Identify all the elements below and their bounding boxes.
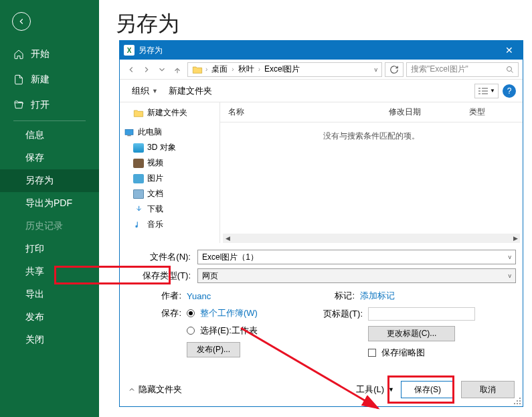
search-input[interactable]: 搜索"Excel图片" (406, 62, 519, 77)
form-area: 文件名(N): Excel图片（1）v 保存类型(T): 网页v (120, 243, 523, 290)
save-thumbnail-checkbox[interactable] (368, 349, 376, 357)
list-icon (478, 87, 489, 95)
nav-history[interactable]: 历史记录 (0, 215, 99, 238)
nav-home[interactable]: 开始 (0, 41, 99, 67)
close-icon[interactable]: ✕ (496, 41, 523, 60)
svg-rect-10 (127, 135, 130, 136)
filetype-select[interactable]: 网页v (197, 268, 516, 283)
radio-whole-workbook[interactable] (187, 309, 195, 317)
change-title-button[interactable]: 更改标题(C)... (368, 326, 455, 341)
refresh-button[interactable] (385, 62, 404, 77)
horizontal-scrollbar[interactable]: ◀ ▶ (223, 234, 520, 243)
svg-line-2 (511, 70, 513, 72)
help-button[interactable]: ? (503, 84, 516, 98)
organize-button[interactable]: 组织▼ (126, 82, 163, 100)
breadcrumb-dropdown[interactable]: v (371, 66, 382, 73)
svg-rect-9 (125, 129, 133, 135)
scroll-right[interactable]: ▶ (511, 234, 520, 243)
file-list-header[interactable]: 名称 修改日期 类型 (220, 102, 523, 122)
nav-forward-button[interactable] (139, 62, 154, 77)
nav-back-button[interactable] (124, 62, 139, 77)
save-as-dialog: X 另存为 ✕ › 桌面 › 秋叶 › Excel图片 v 搜索"Excel图片… (119, 40, 523, 407)
file-list[interactable]: 名称 修改日期 类型 没有与搜索条件匹配的项。 ◀ ▶ (220, 102, 523, 243)
resize-grip[interactable] (513, 397, 521, 405)
tree-new-folder[interactable]: 新建文件夹 (133, 105, 219, 120)
page-title: 另存为 (115, 9, 179, 39)
new-folder-button[interactable]: 新建文件夹 (163, 82, 217, 100)
chevron-down-icon[interactable]: v (509, 272, 512, 279)
explorer-pane: 新建文件夹 此电脑 3D 对象 视频 图片 文档 下载 音乐 名称 修改日期 类… (120, 102, 523, 243)
nav-export-pdf[interactable]: 导出为PDF (0, 192, 99, 215)
publish-button[interactable]: 发布(P)... (187, 342, 240, 357)
nav-close[interactable]: 关闭 (0, 329, 99, 351)
nav-up-button[interactable] (170, 62, 185, 77)
filename-input[interactable]: Excel图片（1）v (197, 250, 516, 264)
hide-folders-toggle[interactable]: 隐藏文件夹 (128, 384, 182, 396)
tree-this-pc[interactable]: 此电脑 (124, 124, 219, 140)
tree-music[interactable]: 音乐 (133, 217, 219, 232)
crumb[interactable]: 桌面 (207, 64, 232, 75)
nav-export[interactable]: 导出 (0, 283, 99, 306)
nav-saveas[interactable]: 另存为 (0, 169, 99, 192)
tree-3d[interactable]: 3D 对象 (133, 140, 219, 155)
view-options-button[interactable]: ▼ (474, 84, 499, 98)
crumb[interactable]: Excel图片 (260, 64, 304, 75)
excel-icon: X (124, 45, 135, 56)
nav-share[interactable]: 共享 (0, 260, 99, 283)
tree-downloads[interactable]: 下载 (133, 201, 219, 217)
dialog-titlebar[interactable]: X 另存为 ✕ (120, 41, 523, 60)
col-type[interactable]: 类型 (461, 102, 501, 122)
nav-label: 打开 (31, 99, 50, 111)
page-title-input[interactable] (368, 307, 475, 321)
nav-publish[interactable]: 发布 (0, 306, 99, 329)
metadata-area: 作者:Yuanc 保存:整个工作簿(W) 选择(E):工作表 发布(P)... … (120, 290, 523, 364)
tag-label: 标记: (321, 290, 355, 302)
empty-message: 没有与搜索条件匹配的项。 (220, 131, 523, 142)
filename-label: 文件名(N): (126, 251, 193, 263)
tree-video[interactable]: 视频 (133, 155, 219, 171)
col-name[interactable]: 名称 (220, 102, 381, 122)
save-button[interactable]: 保存(S) (401, 381, 454, 398)
cancel-button[interactable]: 取消 (461, 381, 515, 398)
svg-point-1 (507, 66, 512, 71)
tree-pictures[interactable]: 图片 (133, 171, 219, 186)
nav-recent-dropdown[interactable] (155, 62, 169, 77)
search-icon (506, 66, 514, 74)
nav-info[interactable]: 信息 (0, 124, 99, 147)
add-tag[interactable]: 添加标记 (360, 290, 395, 302)
nav-save[interactable]: 保存 (0, 147, 99, 169)
nav-open[interactable]: 打开 (0, 92, 99, 118)
back-button[interactable] (12, 12, 31, 31)
filetype-label: 保存类型(T): (126, 270, 193, 282)
author-label: 作者: (128, 290, 181, 302)
nav-label: 开始 (31, 48, 50, 60)
search-placeholder: 搜索"Excel图片" (411, 64, 468, 75)
address-bar: › 桌面 › 秋叶 › Excel图片 v 搜索"Excel图片" (120, 60, 523, 80)
tree-documents[interactable]: 文档 (133, 186, 219, 201)
toolbar: 组织▼ 新建文件夹 ▼ ? (120, 80, 523, 102)
nav-new[interactable]: 新建 (0, 67, 99, 92)
save-scope-label: 保存: (128, 307, 181, 319)
dialog-footer: 隐藏文件夹 工具(L)▼ 保存(S) 取消 (120, 376, 523, 404)
radio-selection[interactable] (187, 327, 195, 335)
excel-backstage-sidebar: 开始 新建 打开 信息 保存 另存为 导出为PDF 历史记录 打印 共享 导出 … (0, 0, 99, 417)
dialog-title: 另存为 (139, 45, 163, 56)
nav-label: 新建 (31, 74, 50, 86)
crumb[interactable]: 秋叶 (234, 64, 258, 75)
scroll-left[interactable]: ◀ (223, 234, 232, 243)
folder-tree[interactable]: 新建文件夹 此电脑 3D 对象 视频 图片 文档 下载 音乐 (120, 102, 220, 243)
page-title-label: 页标题(T): (321, 308, 363, 320)
divider (13, 120, 86, 121)
chevron-down-icon[interactable]: v (509, 254, 512, 260)
nav-print[interactable]: 打印 (0, 238, 99, 260)
folder-icon (192, 65, 203, 74)
col-date[interactable]: 修改日期 (381, 102, 461, 122)
breadcrumb[interactable]: › 桌面 › 秋叶 › Excel图片 v (187, 62, 382, 77)
author-value[interactable]: Yuanc (187, 291, 211, 301)
tools-dropdown[interactable]: 工具(L)▼ (356, 384, 394, 396)
chevron-up-icon (128, 386, 136, 394)
